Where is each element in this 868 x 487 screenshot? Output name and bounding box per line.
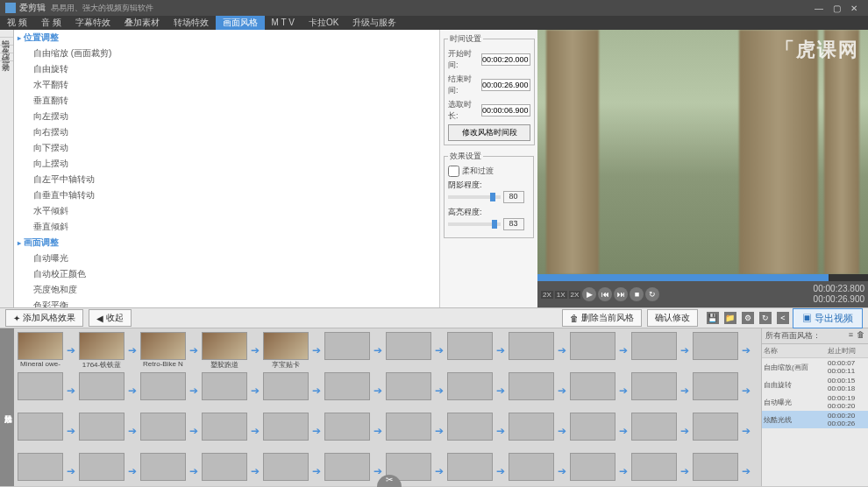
menu-tab-4[interactable]: 转场特效 (167, 16, 216, 30)
confirm-button[interactable]: 确认修改 (647, 309, 698, 327)
sidebar-tab-3[interactable]: 动景 (0, 53, 13, 61)
speed-btn-3[interactable]: 2X (569, 291, 581, 299)
effect-item[interactable]: 自由旋转 (14, 61, 439, 77)
effect-item[interactable]: 向上摆动 (14, 156, 439, 172)
clip-slot[interactable] (263, 413, 309, 449)
clip-slot[interactable] (263, 453, 309, 486)
clip-slot[interactable] (570, 372, 615, 409)
clip-slot[interactable]: 塑胶跑道 (202, 332, 247, 369)
menu-tab-6[interactable]: M T V (265, 16, 302, 30)
clip-slot[interactable] (570, 332, 615, 369)
shadow-slider[interactable] (448, 195, 501, 199)
clip-slot[interactable] (570, 413, 615, 449)
effect-group-0[interactable]: ▸位置调整 (14, 30, 439, 46)
effect-item[interactable]: 自动曝光 (14, 251, 439, 266)
menu-tab-8[interactable]: 升级与服务 (345, 16, 403, 30)
list-icon[interactable]: ≡ (849, 330, 853, 342)
effect-item[interactable]: 向下摆动 (14, 140, 439, 156)
clip-slot[interactable] (386, 372, 431, 409)
sidebar-tab-0[interactable]: 编辑 (0, 30, 13, 38)
maximize-button[interactable]: ▢ (828, 4, 845, 13)
highlight-value[interactable]: 83 (503, 218, 524, 230)
clip-slot[interactable] (263, 372, 309, 409)
menu-tab-1[interactable]: 音 频 (34, 16, 68, 30)
effect-item[interactable]: 垂直翻转 (14, 93, 439, 109)
add-effect-button[interactable]: ✦添加风格效果 (5, 309, 83, 327)
clip-slot[interactable] (631, 332, 677, 369)
clip-slot[interactable] (509, 332, 554, 369)
folder-icon[interactable]: 📁 (724, 312, 736, 324)
play-button[interactable]: ▶ (582, 287, 596, 301)
clip-slot[interactable] (18, 413, 63, 449)
menu-tab-3[interactable]: 叠加素材 (117, 16, 167, 30)
clip-slot[interactable] (570, 453, 615, 486)
effect-item[interactable]: 水平翻转 (14, 77, 439, 93)
shadow-value[interactable]: 80 (503, 191, 524, 203)
clip-slot[interactable] (631, 413, 677, 449)
effect-item[interactable]: 自由缩放 (画面裁剪) (14, 46, 439, 61)
clip-slot[interactable] (447, 413, 493, 449)
speed-btn-2[interactable]: 1X (555, 291, 567, 299)
effect-item[interactable]: 亮度饱和度 (14, 282, 439, 298)
clip-slot[interactable] (18, 372, 63, 409)
soft-transition-checkbox[interactable] (448, 166, 459, 177)
clip-slot[interactable] (386, 332, 431, 369)
sidebar-tab-2[interactable]: 滤镜 (0, 46, 13, 53)
effect-item[interactable]: 色彩平衡 (14, 298, 439, 307)
clip-slot[interactable] (79, 453, 125, 486)
save-icon[interactable]: 💾 (707, 312, 719, 324)
start-time-input[interactable] (481, 53, 530, 66)
stop-button[interactable]: ■ (630, 287, 644, 301)
speed-btn-1[interactable]: 2X (541, 291, 553, 299)
clip-slot[interactable] (693, 372, 738, 409)
settings-icon[interactable]: ⚙ (742, 312, 754, 324)
next-frame-button[interactable]: ⏭ (614, 287, 628, 301)
clip-slot[interactable]: Mineral owe- (18, 332, 63, 369)
menu-tab-7[interactable]: 卡拉OK (302, 16, 345, 30)
effect-group-1[interactable]: ▸画面调整 (14, 235, 439, 251)
clip-slot[interactable] (693, 332, 738, 369)
seekbar[interactable] (537, 274, 868, 281)
applied-effect-row[interactable]: 炫酷光线00:00:2000:00:26 (762, 411, 868, 428)
clip-slot[interactable] (693, 413, 738, 449)
clip-slot[interactable] (202, 453, 247, 486)
clip-slot[interactable] (509, 372, 554, 409)
clip-slot[interactable] (693, 453, 738, 486)
clip-slot[interactable] (202, 372, 247, 409)
clip-slot[interactable] (447, 372, 493, 409)
share-icon[interactable]: < (777, 312, 789, 324)
effect-item[interactable]: 水平倾斜 (14, 203, 439, 219)
clip-slot[interactable] (447, 453, 493, 486)
clip-slot[interactable]: 1764-铁铁蓝 (79, 332, 125, 369)
applied-effect-row[interactable]: 自由缩放(画面00:00:0700:00:11 (762, 358, 868, 377)
clip-slot[interactable] (509, 413, 554, 449)
close-button[interactable]: ✕ (845, 4, 863, 13)
preview-video[interactable]: 「虎课网 (537, 30, 868, 274)
highlight-slider[interactable] (448, 222, 501, 226)
collapse-button[interactable]: ◀收起 (89, 309, 132, 327)
effect-item[interactable]: 自动校正颜色 (14, 266, 439, 282)
prev-frame-button[interactable]: ⏮ (598, 287, 612, 301)
effect-item[interactable]: 自垂直中轴转动 (14, 187, 439, 203)
modify-time-button[interactable]: 修改风格时间段 (448, 124, 530, 141)
effect-item[interactable]: 自左平中轴转动 (14, 172, 439, 187)
clip-slot[interactable] (509, 453, 554, 486)
clip-slot[interactable] (140, 453, 186, 486)
loop-button[interactable]: ↻ (645, 287, 659, 301)
elapsed-time-input[interactable] (481, 104, 530, 116)
clip-slot[interactable] (631, 372, 677, 409)
refresh-icon[interactable]: ↻ (759, 312, 772, 324)
clips-section-tab[interactable]: 已添加片段 (0, 328, 14, 486)
clip-slot[interactable]: 享宝贴卡 (263, 332, 309, 369)
minimize-button[interactable]: — (810, 4, 828, 13)
menu-tab-0[interactable]: 视 频 (0, 16, 34, 30)
applied-effect-row[interactable]: 自动曝光00:00:1900:00:20 (762, 393, 868, 411)
clip-slot[interactable] (447, 332, 493, 369)
clip-slot[interactable] (18, 453, 63, 486)
effect-item[interactable]: 向左摆动 (14, 109, 439, 124)
clip-slot[interactable] (140, 413, 186, 449)
clip-slot[interactable] (79, 413, 125, 449)
delete-icon[interactable]: 🗑 (857, 330, 864, 342)
sidebar-tab-1[interactable]: 美化 (0, 38, 13, 46)
clip-slot[interactable] (386, 413, 431, 449)
